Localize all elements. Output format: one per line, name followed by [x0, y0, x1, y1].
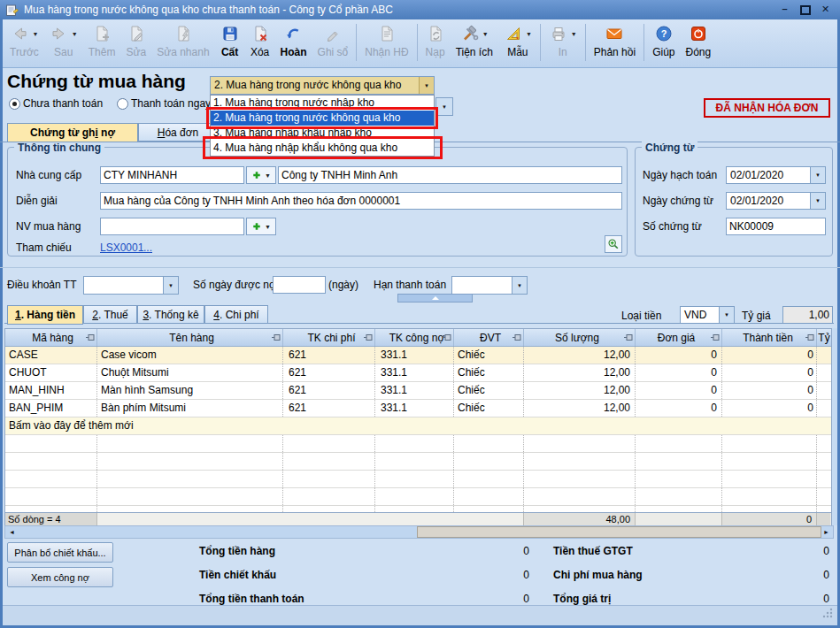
pin-icon[interactable]: [711, 333, 721, 345]
supplier-add-button[interactable]: ▼: [246, 166, 276, 184]
toolbar-button-sua-nhanh[interactable]: Sửa nhanh: [151, 22, 214, 59]
chevron-down-icon: ▼: [526, 31, 532, 37]
minimize-icon[interactable]: –: [777, 2, 792, 16]
pin-icon[interactable]: [86, 333, 96, 345]
scroll-left-icon[interactable]: ◄: [5, 526, 19, 538]
currency-combobox[interactable]: VND ▼: [680, 306, 735, 324]
table-row[interactable]: CHUOTChuột Mitsumi621331.1Chiếc12,0000: [5, 364, 831, 382]
dropdown-option-1[interactable]: 1. Mua hàng trong nước nhập kho: [211, 96, 434, 111]
empty-row[interactable]: [5, 453, 831, 471]
vertical-scrollbar[interactable]: [832, 328, 837, 525]
reference-more-link[interactable]: ...: [143, 241, 152, 254]
hidden-combobox-arrow[interactable]: ▼: [435, 97, 453, 116]
dropdown-option-3[interactable]: 3. Mua hàng nhập khẩu nhập kho: [211, 126, 434, 141]
tab-thong-ke[interactable]: 3. Thống kê: [137, 305, 204, 324]
column-header-dvt[interactable]: ĐVT: [454, 329, 524, 346]
toolbar-button-phan-hoi[interactable]: Phản hồi: [589, 22, 641, 59]
chevron-down-icon[interactable]: ▼: [719, 307, 734, 323]
due-date-label: Hạn thanh toán: [374, 279, 446, 291]
empty-row[interactable]: [5, 471, 831, 488]
payment-terms-combobox[interactable]: ▼: [83, 276, 179, 295]
tab-chung-tu-ghi-no[interactable]: Chứng từ ghi nợ: [7, 123, 138, 142]
toolbar-button-in[interactable]: ▼ In: [543, 22, 582, 59]
posting-date-picker[interactable]: 02/01/2020 ▼: [726, 166, 826, 184]
dropdown-option-4[interactable]: 4. Mua hàng nhập khẩu không qua kho: [211, 141, 434, 156]
scrollbar-thumb[interactable]: [417, 526, 821, 538]
pin-icon[interactable]: [805, 333, 815, 345]
chevron-down-icon[interactable]: ▼: [810, 167, 825, 183]
toolbar-button-sua[interactable]: Sửa: [120, 22, 151, 59]
reference-search-button[interactable]: [605, 235, 622, 253]
triangle-up-icon: [432, 296, 439, 300]
toolbar-button-tien-ich[interactable]: ▼ Tiện ích: [451, 22, 498, 59]
column-header-tk-chi-phi[interactable]: TK chi phí: [283, 329, 375, 346]
toolbar-button-nhan-hd[interactable]: Nhận HĐ: [359, 22, 413, 59]
toolbar-button-ghi-so[interactable]: Ghi sổ: [312, 22, 354, 59]
empty-row[interactable]: [5, 435, 831, 453]
reference-link[interactable]: LSX0001: [100, 241, 143, 254]
maximize-icon[interactable]: [798, 2, 813, 16]
column-header-so-luong[interactable]: Số lượng: [524, 329, 636, 346]
pin-icon[interactable]: [272, 333, 281, 345]
table-row[interactable]: MAN_HINHMàn hình Samsung621331.1Chiếc12,…: [5, 382, 831, 400]
radio-chua-thanh-toan[interactable]: [9, 98, 20, 110]
chevron-down-icon[interactable]: ▼: [419, 77, 434, 94]
chevron-down-icon[interactable]: ▼: [163, 277, 178, 294]
toolbar-button-truoc[interactable]: ▼ Trước: [4, 22, 44, 59]
view-debt-button[interactable]: Xem công nợ: [7, 567, 113, 587]
pin-icon[interactable]: [624, 333, 634, 345]
tab-hang-tien[interactable]: 1. Hàng tiền: [7, 305, 83, 325]
radio-thanh-toan-ngay[interactable]: [117, 98, 128, 110]
description-field[interactable]: Mua hàng của Công ty TNHH Minh Anh theo …: [100, 192, 622, 210]
toolbar-separator: [643, 24, 644, 61]
horizontal-scrollbar[interactable]: ◄ ►: [4, 525, 834, 539]
tab-thue[interactable]: 2. Thuế: [83, 305, 137, 324]
toolbar-button-nap[interactable]: Nạp: [420, 22, 451, 59]
tab-chi-phi[interactable]: 4. Chi phí: [204, 305, 268, 324]
column-header-ty-gia-partial[interactable]: Tỷ: [817, 329, 830, 346]
toolbar-button-hoan[interactable]: Hoàn: [275, 22, 312, 59]
employee-field[interactable]: [100, 218, 244, 235]
general-info-legend: Thông tin chung: [14, 142, 104, 154]
toolbar-button-xoa[interactable]: Xóa: [245, 22, 275, 59]
pin-icon[interactable]: [512, 333, 522, 345]
table-row[interactable]: CASECase vicom621331.1Chiếc12,0000: [5, 347, 831, 364]
column-header-ma-hang[interactable]: Mã hàng: [5, 329, 97, 346]
chevron-down-icon: ▼: [482, 31, 489, 37]
table-row[interactable]: BAN_PHIMBàn phím Mitsumi621331.1Chiếc12,…: [5, 400, 831, 417]
grand-total-label: Tổng giá trị: [553, 593, 611, 605]
close-icon[interactable]: ✕: [818, 2, 833, 16]
pin-icon[interactable]: [364, 333, 374, 345]
scroll-right-icon[interactable]: ►: [820, 526, 833, 538]
toolbar-button-giup[interactable]: ? Giúp: [647, 22, 680, 59]
empty-row[interactable]: [5, 506, 831, 512]
supplier-name-field[interactable]: Công ty TNHH Minh Anh: [278, 166, 622, 184]
chevron-down-icon[interactable]: ▼: [512, 277, 527, 294]
column-header-thanh-tien[interactable]: Thành tiền: [722, 329, 817, 346]
toolbar-button-dong[interactable]: Đóng: [680, 22, 716, 59]
chevron-down-icon[interactable]: ▼: [810, 193, 825, 209]
pin-icon[interactable]: [443, 333, 452, 345]
doc-date-picker[interactable]: 02/01/2020 ▼: [726, 192, 826, 210]
allocate-discount-button[interactable]: Phân bổ chiết khấu...: [7, 542, 113, 563]
supplier-code-field[interactable]: CTY MINHANH: [100, 166, 244, 184]
toolbar-button-mau[interactable]: ▼ Mẫu: [498, 22, 537, 59]
debt-days-field[interactable]: [273, 276, 326, 294]
toolbar-button-sau[interactable]: ▼ Sau: [44, 22, 83, 59]
due-date-combobox[interactable]: ▼: [451, 276, 528, 295]
collapse-handle[interactable]: [397, 294, 473, 303]
empty-row[interactable]: [5, 488, 831, 506]
column-header-ten-hang[interactable]: Tên hàng: [97, 329, 283, 346]
add-new-row[interactable]: Bấm vào đây để thêm mới: [5, 417, 831, 435]
dropdown-option-2-selected[interactable]: 2. Mua hàng trong nước không qua kho: [211, 111, 434, 126]
doc-number-field[interactable]: NK00009: [726, 218, 826, 235]
tab-hoa-don[interactable]: Hóa đơn: [138, 123, 218, 142]
toolbar-button-them[interactable]: Thêm: [83, 22, 121, 59]
resize-grip-icon[interactable]: [822, 606, 833, 622]
employee-add-button[interactable]: ▼: [246, 218, 276, 235]
column-header-don-gia[interactable]: Đơn giá: [636, 329, 722, 346]
column-header-tk-cong-no[interactable]: TK công nợ: [375, 329, 454, 346]
vat-value: 0: [739, 545, 829, 557]
toolbar-button-cat[interactable]: Cất: [215, 22, 245, 59]
doc-type-combobox[interactable]: 2. Mua hàng trong nước không qua kho ▼: [210, 76, 435, 95]
